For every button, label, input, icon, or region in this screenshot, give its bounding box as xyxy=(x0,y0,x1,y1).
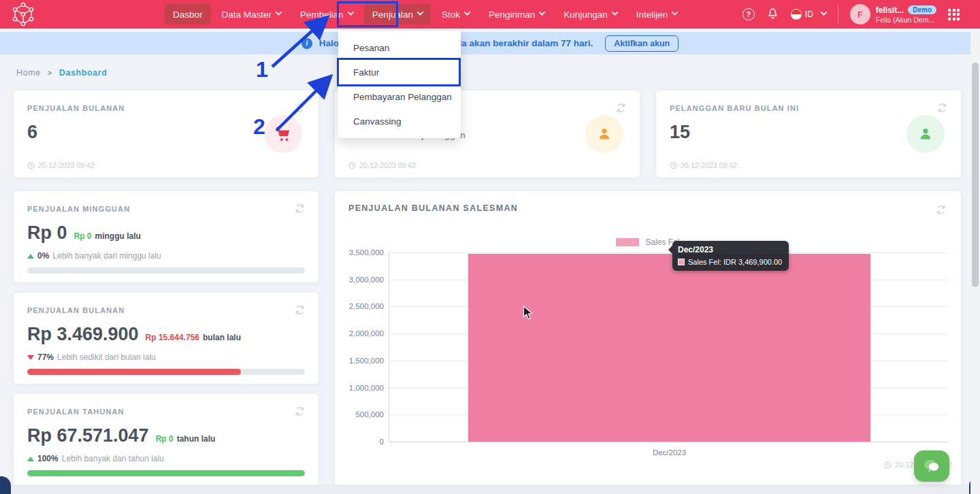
breadcrumb: Home > Dashboard xyxy=(16,68,107,78)
refresh-icon[interactable] xyxy=(295,305,305,318)
progress-track xyxy=(27,267,305,274)
y-tick-label: 0 xyxy=(328,438,384,446)
divider xyxy=(838,5,838,24)
refresh-icon[interactable] xyxy=(936,205,946,218)
cart-icon xyxy=(264,115,302,153)
main-nav: Dasbor Data Master Pembelian Penjualan S… xyxy=(163,0,687,29)
user-menu[interactable]: F felisit... Demo Felis (Akun Dem... xyxy=(850,4,936,24)
nav-item-pengiriman[interactable]: Pengiriman xyxy=(479,0,554,29)
nav-label: Dasbor xyxy=(173,10,203,20)
y-tick-label: 500,000 xyxy=(328,410,384,418)
chevron-down-icon xyxy=(463,9,470,16)
compare-label: bulan lalu xyxy=(203,333,241,342)
brand-logo-icon[interactable] xyxy=(11,2,35,29)
delta-row: 100% Lebih banyak dari tahun lalu xyxy=(27,454,164,463)
annotation-step-1: 1 xyxy=(256,57,268,82)
nav-item-stok[interactable]: Stok xyxy=(432,0,479,29)
mouse-cursor xyxy=(523,306,535,320)
delta-text: Lebih banyak dari tahun lalu xyxy=(62,454,164,463)
chevron-down-icon xyxy=(276,9,282,16)
refresh-icon[interactable] xyxy=(937,103,947,116)
help-icon[interactable]: ? xyxy=(742,8,755,20)
nav-label: Data Master xyxy=(222,10,272,20)
card-title: PENJUALAN BULANAN xyxy=(27,104,125,112)
chat-bubbles-icon xyxy=(922,458,941,474)
card-title: PENJUALAN MINGGUAN xyxy=(27,205,130,213)
user-info: felisit... Demo Felis (Akun Dem... xyxy=(876,5,936,24)
page-scrollbar[interactable] xyxy=(970,32,980,494)
delta-pct: 0% xyxy=(37,251,49,261)
nav-item-data-master[interactable]: Data Master xyxy=(212,0,291,29)
x-tick-label: Dec/2023 xyxy=(468,448,870,457)
card-title: PENJUALAN TAHUNAN xyxy=(27,408,125,416)
tooltip-row: Sales Fel: IDR 3,469,900.00 xyxy=(678,258,782,266)
menu-item-pembayaran-pelanggan[interactable]: Pembayaran Pelanggan xyxy=(338,84,461,109)
legend-swatch xyxy=(616,238,639,246)
avatar-initial: F xyxy=(858,10,863,20)
apps-grid-icon[interactable] xyxy=(948,9,960,20)
card-value: Rp 67.571.047 Rp 0 tahun lalu xyxy=(27,425,215,446)
y-tick-label: 2,500,000 xyxy=(328,302,384,310)
card-penjualan-mingguan: PENJUALAN MINGGUAN Rp 0 Rp 0 minggu lalu… xyxy=(14,191,318,282)
card-penjualan-tahunan: PENJUALAN TAHUNAN Rp 67.571.047 Rp 0 tah… xyxy=(14,394,318,485)
card-value: Rp 3.469.900 Rp 15.644.756 bulan lalu xyxy=(27,324,241,345)
arrow-down-icon xyxy=(27,355,34,360)
user-name: felisit... xyxy=(876,5,904,15)
card-penjualan-bulanan-count: PENJUALAN BULANAN 6 20-12-2023 09:42 xyxy=(14,90,318,178)
language-code: ID xyxy=(805,10,813,19)
refresh-icon[interactable] xyxy=(295,103,305,116)
progress-fill xyxy=(27,369,241,375)
nav-item-kunjungan[interactable]: Kunjungan xyxy=(554,0,627,29)
y-tick-label: 1,500,000 xyxy=(328,357,384,365)
chevron-down-icon xyxy=(416,9,423,16)
avatar: F xyxy=(850,4,870,24)
info-icon: i xyxy=(301,38,312,49)
y-tick-label: 3,000,000 xyxy=(328,276,384,284)
demo-badge: Demo xyxy=(908,5,936,14)
progress-fill xyxy=(27,470,305,476)
delta-row: 77% Lebih sedikit dari bulan lalu xyxy=(27,352,156,362)
nav-item-dasbor[interactable]: Dasbor xyxy=(165,4,211,24)
page-bottom-strip xyxy=(0,484,980,494)
compare-value: Rp 15.644.756 xyxy=(146,333,199,342)
arrow-up-icon xyxy=(27,457,34,461)
annotation-box-penjualan xyxy=(337,1,398,27)
card-title: PENJUALAN BULANAN xyxy=(27,306,125,314)
chart-bar[interactable] xyxy=(468,254,870,442)
annotation-step-2: 2 xyxy=(253,114,265,139)
chevron-down-icon xyxy=(611,9,618,16)
user-subtitle: Felis (Akun Dem... xyxy=(876,16,936,24)
navbar-right: ? ID F felisit... Demo Felis (Akun Dem..… xyxy=(742,0,960,29)
activate-account-button[interactable]: Aktifkan akun xyxy=(605,35,679,52)
delta-pct: 100% xyxy=(37,454,59,463)
chart-title: PENJUALAN BULANAN SALESMAN xyxy=(348,203,518,213)
nav-item-intelijen[interactable]: Intelijen xyxy=(627,0,687,29)
trial-banner: i Halo felisitas, masa uji coba Anda aka… xyxy=(0,32,980,54)
card-title: PELANGGAN BARU BULAN INI xyxy=(670,104,799,112)
breadcrumb-home[interactable]: Home xyxy=(16,68,41,78)
menu-item-pesanan[interactable]: Pesanan xyxy=(338,35,461,60)
tooltip-swatch xyxy=(678,259,685,265)
compare-label: tahun lalu xyxy=(177,434,216,444)
delta-pct: 77% xyxy=(37,352,54,362)
language-selector[interactable]: ID xyxy=(791,9,826,20)
delta-text: Lebih sedikit dari bulan lalu xyxy=(57,352,156,362)
delta-text: Lebih banyak dari minggu lalu xyxy=(52,251,161,261)
top-navbar: Dasbor Data Master Pembelian Penjualan S… xyxy=(0,0,980,29)
scrollbar-thumb[interactable] xyxy=(972,63,979,287)
chat-fab-button[interactable] xyxy=(914,450,949,482)
refresh-icon[interactable] xyxy=(295,203,305,216)
notifications-bell-icon[interactable] xyxy=(766,7,779,22)
refresh-icon[interactable] xyxy=(295,406,305,419)
chevron-right-icon: > xyxy=(48,69,52,77)
card-value: 15 xyxy=(670,122,690,143)
refresh-icon[interactable] xyxy=(616,103,626,116)
card-value: 6 xyxy=(27,122,37,143)
annotation-box-faktur xyxy=(337,58,461,86)
tooltip-value: Sales Fel: IDR 3,469,900.00 xyxy=(688,258,782,266)
card-penjualan-bulanan-salesman: PENJUALAN BULANAN SALESMAN Sales Fel 3,5… xyxy=(335,191,961,487)
card-pelanggan-baru: PELANGGAN BARU BULAN INI 15 20-12-2023 0… xyxy=(656,90,961,178)
menu-item-canvassing[interactable]: Canvassing xyxy=(338,109,461,133)
chart-legend[interactable]: Sales Fel xyxy=(335,237,961,247)
card-timestamp: 20-12-2023 09:42 xyxy=(670,161,737,169)
